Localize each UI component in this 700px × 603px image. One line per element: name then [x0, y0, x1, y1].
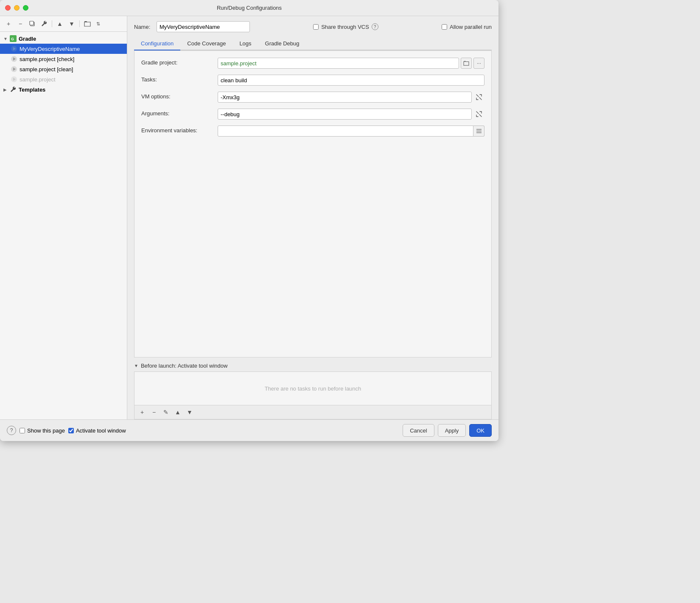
env-variables-row: Environment variables:: [141, 126, 484, 137]
svg-text:G: G: [11, 37, 14, 41]
before-launch-label: Before launch: Activate tool window: [141, 363, 228, 369]
config-item-check[interactable]: sample.project [check]: [0, 54, 127, 64]
before-launch-section: ▼ Before launch: Activate tool window Th…: [134, 363, 492, 419]
before-launch-up-button[interactable]: ▲: [173, 407, 183, 417]
traffic-lights: [5, 5, 28, 11]
move-down-button[interactable]: ▼: [67, 19, 77, 29]
wrench-icon: [9, 86, 17, 93]
arguments-label: Arguments:: [141, 109, 218, 117]
activate-tool-checkbox[interactable]: [68, 428, 74, 433]
gradle-icon: G: [9, 35, 17, 42]
vm-options-label: VM options:: [141, 92, 218, 100]
help-button[interactable]: ?: [7, 426, 16, 435]
config-item-label: sample.project [check]: [20, 56, 74, 62]
tasks-label: Tasks:: [141, 75, 218, 83]
left-panel: + − ▲ ▼: [0, 16, 127, 419]
before-launch-toolbar: + − ✎ ▲ ▼: [134, 405, 492, 419]
before-launch-remove-button[interactable]: −: [149, 407, 159, 417]
config-panel: Gradle project: ··· Tasks:: [134, 50, 492, 357]
gradle-project-input-row: ···: [218, 58, 484, 69]
config-item-label: sample.project [clean]: [20, 66, 73, 73]
title-bar: Run/Debug Configurations: [0, 0, 498, 16]
env-variables-input[interactable]: [218, 126, 473, 137]
tabs: Configuration Code Coverage Logs Gradle …: [134, 37, 492, 50]
allow-parallel-checkbox[interactable]: [442, 24, 447, 30]
gradle-section-header[interactable]: ▼ G Gradle: [0, 34, 127, 44]
right-panel: Name: Share through VCS ? Allow parallel…: [127, 16, 498, 419]
run-config-icon: [10, 55, 18, 63]
before-launch-add-button[interactable]: +: [137, 407, 147, 417]
vm-options-row: VM options:: [141, 92, 484, 103]
share-vcs-checkbox[interactable]: [313, 24, 319, 30]
config-item-label: MyVeryDescriptiveName: [20, 46, 80, 52]
before-launch-header: ▼ Before launch: Activate tool window: [134, 363, 492, 369]
add-config-button[interactable]: +: [3, 19, 14, 29]
before-launch-collapse-icon[interactable]: ▼: [134, 363, 138, 368]
config-item-sample[interactable]: sample.project: [0, 74, 127, 84]
tab-code-coverage[interactable]: Code Coverage: [180, 37, 232, 50]
gradle-project-input[interactable]: [218, 58, 459, 69]
svg-rect-1: [30, 21, 34, 25]
env-variables-label: Environment variables:: [141, 126, 218, 134]
show-page-checkbox[interactable]: [20, 428, 25, 433]
tab-gradle-debug[interactable]: Gradle Debug: [258, 37, 306, 50]
close-button[interactable]: [5, 5, 11, 11]
vm-options-expand-button[interactable]: [473, 92, 484, 103]
share-vcs-help-icon[interactable]: ?: [372, 23, 378, 30]
name-row: Name: Share through VCS ? Allow parallel…: [134, 21, 492, 32]
before-launch-down-button[interactable]: ▼: [185, 407, 195, 417]
run-config-icon-disabled: [10, 75, 18, 83]
bottom-left: Show this page Activate tool window: [20, 427, 399, 434]
remove-config-button[interactable]: −: [15, 19, 25, 29]
show-page-group: Show this page: [20, 427, 65, 434]
env-variables-list-button[interactable]: [473, 126, 484, 137]
tasks-input[interactable]: [218, 75, 484, 86]
move-up-button[interactable]: ▲: [55, 19, 65, 29]
activate-tool-group: Activate tool window: [68, 427, 126, 434]
env-variables-input-row: [218, 126, 484, 137]
folder-button[interactable]: [82, 19, 92, 29]
vm-options-input-row: [218, 92, 484, 103]
tree-area: ▼ G Gradle MyVeryDescr: [0, 32, 127, 419]
templates-section-label: Templates: [19, 87, 45, 93]
toolbar-separator-2: [79, 20, 80, 27]
copy-config-button[interactable]: [27, 19, 37, 29]
arguments-input-row: [218, 109, 484, 120]
gradle-project-more-button[interactable]: ···: [473, 58, 484, 69]
before-launch-edit-button[interactable]: ✎: [161, 407, 171, 417]
main-content: + − ▲ ▼: [0, 16, 498, 419]
maximize-button[interactable]: [23, 5, 28, 11]
share-vcs-label: Share through VCS: [321, 24, 369, 30]
wrench-button[interactable]: [39, 19, 49, 29]
tab-logs[interactable]: Logs: [232, 37, 258, 50]
minimize-button[interactable]: [14, 5, 20, 11]
tab-configuration[interactable]: Configuration: [134, 37, 180, 50]
gradle-project-folder-button[interactable]: [461, 58, 472, 69]
bottom-row: ? Show this page Activate tool window Ca…: [0, 419, 498, 441]
name-input[interactable]: [157, 21, 250, 32]
config-item-myvery[interactable]: MyVeryDescriptiveName: [0, 44, 127, 54]
left-toolbar: + − ▲ ▼: [0, 16, 127, 32]
sort-button[interactable]: ⇅: [94, 19, 104, 29]
config-item-clean[interactable]: sample.project [clean]: [0, 64, 127, 74]
ok-button[interactable]: OK: [469, 424, 492, 437]
arguments-input[interactable]: [218, 109, 472, 120]
arguments-expand-button[interactable]: [473, 109, 484, 120]
gradle-section-label: Gradle: [19, 36, 36, 42]
window-title: Run/Debug Configurations: [217, 5, 282, 11]
show-page-label: Show this page: [27, 427, 65, 434]
templates-section-header[interactable]: ▶ Templates: [0, 84, 127, 95]
no-tasks-text: There are no tasks to run before launch: [265, 385, 361, 392]
activate-tool-label: Activate tool window: [76, 427, 126, 434]
run-config-icon-active: [10, 45, 18, 53]
config-item-label: sample.project: [20, 76, 56, 83]
cancel-button[interactable]: Cancel: [403, 424, 434, 437]
svg-text:⇅: ⇅: [96, 21, 100, 26]
arguments-row: Arguments:: [141, 109, 484, 120]
gradle-project-row: Gradle project: ···: [141, 58, 484, 69]
bottom-help-area: ?: [7, 426, 16, 435]
apply-button[interactable]: Apply: [438, 424, 466, 437]
allow-parallel-label: Allow parallel run: [450, 24, 492, 30]
allow-parallel-group: Allow parallel run: [442, 24, 492, 30]
vm-options-input[interactable]: [218, 92, 472, 103]
